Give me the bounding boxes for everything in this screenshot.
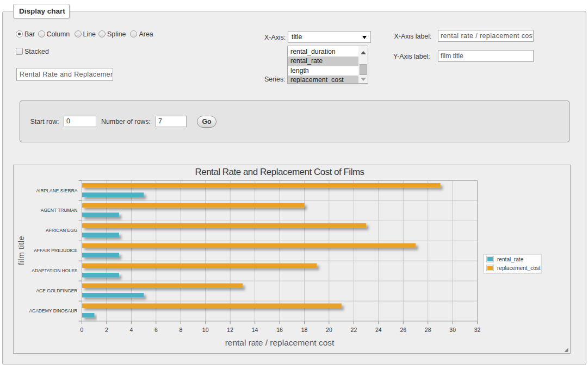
svg-text:12: 12	[227, 327, 233, 333]
svg-text:32: 32	[474, 327, 481, 333]
svg-text:8: 8	[179, 327, 182, 333]
svg-text:AFFAIR PREJUDICE: AFFAIR PREJUDICE	[34, 248, 78, 253]
svg-text:20: 20	[326, 327, 332, 333]
svg-text:AIRPLANE SIERRA: AIRPLANE SIERRA	[36, 188, 77, 193]
svg-text:4: 4	[129, 327, 133, 333]
svg-text:ADAPTATION HOLES: ADAPTATION HOLES	[32, 268, 78, 273]
svg-text:film title: film title	[17, 236, 26, 265]
svg-text:ACE GOLDFINGER: ACE GOLDFINGER	[36, 288, 77, 293]
svg-text:22: 22	[351, 327, 357, 333]
svg-text:30: 30	[449, 327, 456, 333]
svg-text:Rental Rate and Replacement Co: Rental Rate and Replacement Cost of Film…	[195, 167, 364, 177]
svg-text:AFRICAN EGG: AFRICAN EGG	[46, 228, 78, 233]
svg-text:6: 6	[154, 327, 158, 333]
svg-text:rental rate / replacement cost: rental rate / replacement cost	[225, 338, 335, 347]
svg-text:ACADEMY DINOSAUR: ACADEMY DINOSAUR	[29, 308, 77, 313]
svg-text:18: 18	[301, 327, 308, 333]
svg-text:AGENT TRUMAN: AGENT TRUMAN	[41, 208, 78, 213]
svg-text:10: 10	[202, 327, 209, 333]
svg-text:replacement_cost: replacement_cost	[497, 265, 541, 271]
svg-text:16: 16	[276, 327, 283, 333]
svg-text:26: 26	[400, 327, 406, 333]
svg-text:28: 28	[425, 327, 431, 333]
svg-text:0: 0	[81, 327, 84, 333]
svg-text:24: 24	[375, 327, 382, 333]
svg-text:14: 14	[252, 327, 258, 333]
svg-text:2: 2	[105, 327, 108, 333]
svg-text:rental_rate: rental_rate	[497, 256, 524, 262]
